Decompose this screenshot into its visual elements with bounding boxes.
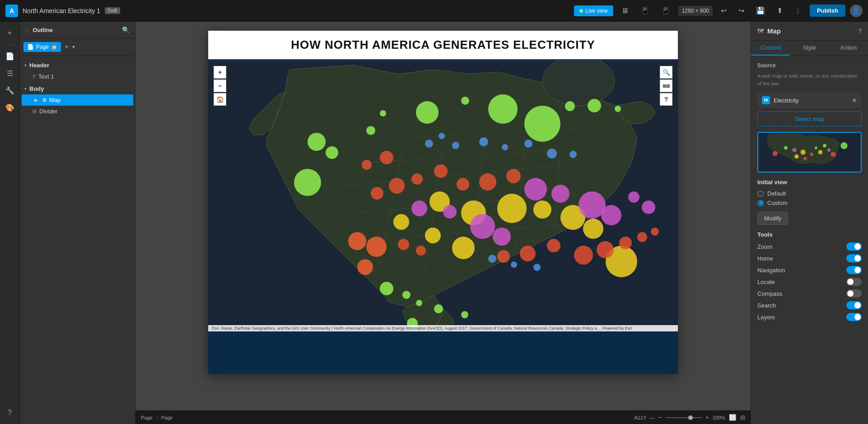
svg-point-26 <box>794 154 799 159</box>
navigation-toggle[interactable] <box>846 266 862 274</box>
zoom-in-status[interactable]: + <box>705 414 709 421</box>
svg-point-22 <box>810 153 813 156</box>
help-button[interactable]: ? <box>2 405 18 420</box>
energy-dot <box>416 300 422 306</box>
energy-dot <box>619 237 632 249</box>
page-tabs: 📄 Page 🏠 + ▾ <box>20 38 135 56</box>
right-panel-tabs: Content Style Action <box>751 41 868 56</box>
source-remove-button[interactable]: ✕ <box>852 97 857 104</box>
fit-page-button[interactable]: ⬜ <box>729 414 737 421</box>
search-map-button[interactable]: 🔍 <box>660 66 672 79</box>
energy-dot <box>457 178 469 191</box>
tool-compass-label: Compass <box>757 290 846 297</box>
tree-section-body-toggle[interactable]: ▾ Body <box>20 83 135 94</box>
radio-item-custom[interactable]: Custom <box>757 200 862 206</box>
canvas-wrapper: HOW NORTH AMERICA GENERATES ELECTRICITY <box>135 22 751 410</box>
radio-item-default[interactable]: Default <box>757 190 862 197</box>
mobile-view-button[interactable]: 📱 <box>658 5 674 17</box>
svg-point-23 <box>818 150 823 154</box>
zoom-slider[interactable] <box>666 417 702 418</box>
tab-action[interactable]: Action <box>829 41 868 56</box>
page-dropdown-button[interactable]: ▾ <box>72 44 75 50</box>
undo-button[interactable]: ↩ <box>717 5 730 17</box>
compass-toggle[interactable] <box>846 289 862 298</box>
tree-section-header-toggle[interactable]: ▾ Header <box>20 60 135 71</box>
style-button[interactable]: 🎨 <box>2 100 18 115</box>
header-section-label: Header <box>29 62 130 69</box>
tree-item-text1[interactable]: T Text 1 <box>20 71 135 82</box>
share-button[interactable]: ⬆ <box>773 5 786 17</box>
energy-dot <box>470 214 495 239</box>
energy-dot <box>615 106 621 112</box>
fill-page-button[interactable]: ⊟ <box>740 414 745 421</box>
tree-item-map[interactable]: ▶ ⊞ Map <box>22 94 133 106</box>
live-dot-icon <box>579 9 583 13</box>
redo-button[interactable]: ↪ <box>735 5 748 17</box>
svg-point-25 <box>831 152 835 157</box>
energy-dot <box>452 237 475 259</box>
left-sidebar: + 📄 ☰ 🔧 🎨 ? <box>0 22 20 424</box>
tab-style[interactable]: Style <box>790 41 829 56</box>
tablet-view-button[interactable]: 📱 <box>637 5 653 17</box>
add-page-button[interactable]: + <box>63 41 70 53</box>
zoom-out-button[interactable]: − <box>214 79 226 92</box>
zoom-in-button[interactable]: + <box>214 66 226 79</box>
tool-row-zoom: Zoom <box>757 242 862 251</box>
energy-dot <box>488 94 518 124</box>
add-element-button[interactable]: + <box>2 25 18 41</box>
layers-button[interactable]: ☰ <box>2 65 18 81</box>
resolution-selector[interactable]: 1280 × 800 <box>678 6 713 16</box>
more-options-button[interactable]: ⋮ <box>791 5 805 17</box>
map-preview-thumbnail <box>757 132 862 172</box>
energy-dot <box>443 205 457 219</box>
search-toggle[interactable] <box>846 301 862 309</box>
select-map-button[interactable]: Select map <box>757 112 862 126</box>
status-bar: Page : Page A11Y — − + 100% ⬜ ⊟ <box>135 410 751 424</box>
energy-dot <box>551 185 569 203</box>
source-section-desc: A web map or web scene, or any combinati… <box>757 72 862 87</box>
tool-locate-label: Locate <box>757 279 846 285</box>
save-button[interactable]: 💾 <box>752 5 769 17</box>
status-divider: — <box>650 415 655 420</box>
map-section: + − 🏠 🔍 ⊞⊞ ? Esri, Maxar, Earthstar Geog… <box>208 61 678 374</box>
energy-dot <box>628 191 639 203</box>
radio-default-label: Default <box>767 190 786 197</box>
layers-toggle[interactable] <box>846 313 862 321</box>
info-button[interactable]: ? <box>660 93 672 106</box>
tab-content[interactable]: Content <box>751 41 790 56</box>
page-tab-page[interactable]: 📄 Page 🏠 <box>23 42 61 52</box>
outline-search-button[interactable]: 🔍 <box>122 26 130 33</box>
zoom-out-status[interactable]: − <box>658 414 662 421</box>
svg-point-24 <box>827 148 831 152</box>
pages-button[interactable]: 📄 <box>2 48 18 64</box>
initial-view-title: Initial view <box>757 179 862 186</box>
zoom-toggle[interactable] <box>846 242 862 251</box>
energy-dot <box>380 282 393 295</box>
user-avatar[interactable]: 👤 <box>850 5 863 17</box>
app-logo: A <box>5 5 18 17</box>
widgets-button[interactable]: 🔧 <box>2 83 18 98</box>
app-title: North American Electricity 1 <box>23 7 100 14</box>
home-toggle[interactable] <box>846 254 862 262</box>
energy-dot <box>371 187 383 200</box>
locate-toggle[interactable] <box>846 278 862 286</box>
zoom-thumb <box>688 415 693 420</box>
panel-help-button[interactable]: ? <box>858 28 862 35</box>
tree-item-divider[interactable]: ⊟ Divider <box>20 106 135 117</box>
map-container[interactable]: + − 🏠 🔍 ⊞⊞ ? Esri, Maxar, Earthstar Geog… <box>208 61 678 331</box>
energy-dot <box>565 101 575 111</box>
publish-button[interactable]: Publish <box>810 5 845 17</box>
energy-dot <box>411 173 423 185</box>
body-section-label: Body <box>29 85 130 92</box>
modify-button[interactable]: Modify <box>757 212 788 225</box>
home-button[interactable]: 🏠 <box>214 93 226 106</box>
energy-dot <box>547 239 560 252</box>
energy-dot <box>416 101 439 124</box>
tools-title: Tools <box>757 231 862 238</box>
live-view-button[interactable]: Live view <box>574 5 613 16</box>
desktop-view-button[interactable]: 🖥 <box>618 5 632 17</box>
legend-button[interactable]: ⊞⊞ <box>660 79 672 92</box>
status-page-dropdown[interactable]: Page <box>161 415 173 420</box>
tool-row-home: Home <box>757 254 862 262</box>
energy-dot <box>597 241 614 258</box>
